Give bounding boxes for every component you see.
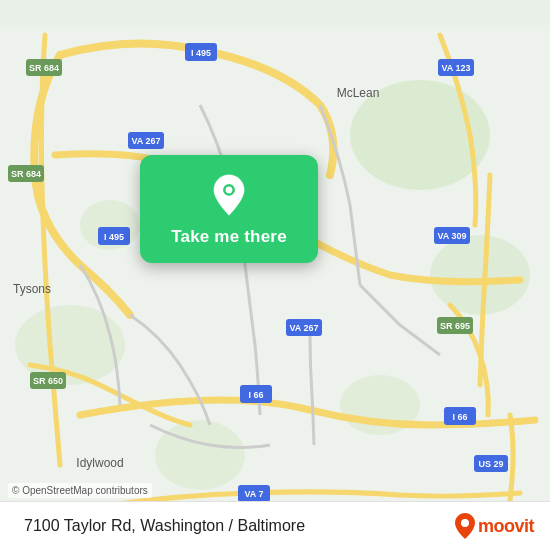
moovit-pin-icon <box>454 512 476 540</box>
cta-card[interactable]: Take me there <box>140 155 318 263</box>
svg-text:I 495: I 495 <box>191 48 211 58</box>
svg-text:Idylwood: Idylwood <box>76 456 123 470</box>
svg-text:VA 309: VA 309 <box>437 231 466 241</box>
location-pin-icon <box>207 173 251 217</box>
svg-point-40 <box>461 519 469 527</box>
svg-point-39 <box>226 187 233 194</box>
address-text: 7100 Taylor Rd, Washington / Baltimore <box>24 517 454 535</box>
moovit-logo-text: moovit <box>478 516 534 537</box>
svg-text:VA 7: VA 7 <box>244 489 263 499</box>
svg-text:US 29: US 29 <box>478 459 503 469</box>
svg-text:Tysons: Tysons <box>13 282 51 296</box>
moovit-logo: moovit <box>454 512 534 540</box>
svg-point-2 <box>430 235 530 315</box>
svg-text:McLean: McLean <box>337 86 380 100</box>
svg-text:SR 695: SR 695 <box>440 321 470 331</box>
cta-button-label: Take me there <box>171 227 287 247</box>
bottom-bar: 7100 Taylor Rd, Washington / Baltimore m… <box>0 501 550 550</box>
svg-text:SR 650: SR 650 <box>33 376 63 386</box>
svg-text:SR 684: SR 684 <box>29 63 59 73</box>
svg-text:VA 267: VA 267 <box>289 323 318 333</box>
svg-text:I 66: I 66 <box>452 412 467 422</box>
svg-text:I 495: I 495 <box>104 232 124 242</box>
svg-point-5 <box>155 420 245 490</box>
osm-attribution: © OpenStreetMap contributors <box>8 483 152 498</box>
svg-text:VA 123: VA 123 <box>441 63 470 73</box>
map-container: I 495 VA 267 VA 267 VA 123 VA 309 I 495 … <box>0 0 550 550</box>
svg-text:I 66: I 66 <box>248 390 263 400</box>
svg-text:VA 267: VA 267 <box>131 136 160 146</box>
svg-text:SR 684: SR 684 <box>11 169 41 179</box>
